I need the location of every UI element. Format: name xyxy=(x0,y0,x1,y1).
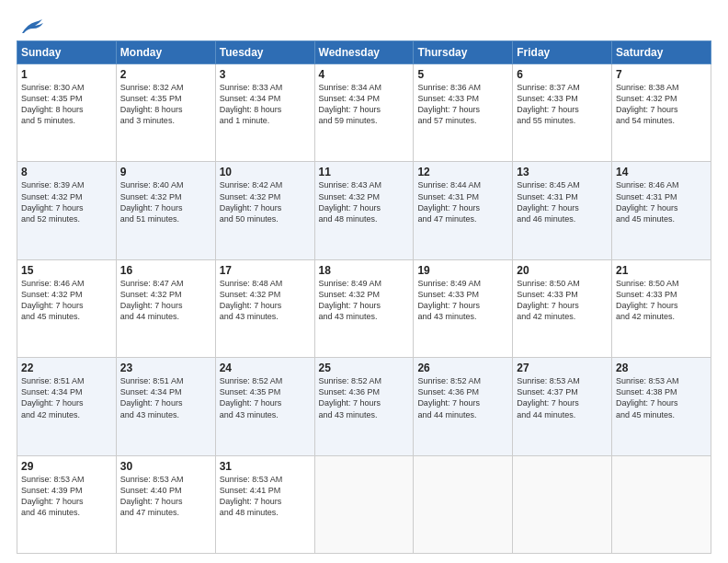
day-header-friday: Friday xyxy=(513,41,612,64)
day-info: Sunrise: 8:52 AMSunset: 4:36 PMDaylight:… xyxy=(319,375,410,420)
calendar-cell: 6Sunrise: 8:37 AMSunset: 4:33 PMDaylight… xyxy=(513,64,612,162)
day-number: 6 xyxy=(517,68,608,81)
calendar-cell: 30Sunrise: 8:53 AMSunset: 4:40 PMDayligh… xyxy=(116,455,215,553)
day-number: 20 xyxy=(517,264,608,277)
page: SundayMondayTuesdayWednesdayThursdayFrid… xyxy=(0,0,728,563)
calendar-cell: 22Sunrise: 8:51 AMSunset: 4:34 PMDayligh… xyxy=(17,358,117,455)
day-number: 18 xyxy=(319,264,410,277)
day-number: 10 xyxy=(220,166,311,178)
day-info: Sunrise: 8:46 AMSunset: 4:32 PMDaylight:… xyxy=(21,278,112,323)
day-info: Sunrise: 8:44 AMSunset: 4:31 PMDaylight:… xyxy=(417,179,508,224)
day-info: Sunrise: 8:50 AMSunset: 4:33 PMDaylight:… xyxy=(517,278,608,323)
day-number: 14 xyxy=(616,166,707,178)
day-number: 25 xyxy=(319,362,410,374)
day-number: 8 xyxy=(21,166,112,178)
day-info: Sunrise: 8:51 AMSunset: 4:34 PMDaylight:… xyxy=(21,375,112,420)
calendar-cell: 9Sunrise: 8:40 AMSunset: 4:32 PMDaylight… xyxy=(116,162,215,259)
day-info: Sunrise: 8:30 AMSunset: 4:35 PMDaylight:… xyxy=(21,82,112,127)
calendar-cell: 27Sunrise: 8:53 AMSunset: 4:37 PMDayligh… xyxy=(513,358,612,455)
day-number: 22 xyxy=(21,362,112,374)
day-number: 30 xyxy=(120,460,211,473)
day-info: Sunrise: 8:46 AMSunset: 4:31 PMDaylight:… xyxy=(616,179,707,224)
day-number: 31 xyxy=(220,460,311,473)
calendar-cell: 11Sunrise: 8:43 AMSunset: 4:32 PMDayligh… xyxy=(314,162,414,259)
day-number: 13 xyxy=(517,166,608,178)
calendar-cell: 16Sunrise: 8:47 AMSunset: 4:32 PMDayligh… xyxy=(116,259,215,357)
calendar-week-row: 15Sunrise: 8:46 AMSunset: 4:32 PMDayligh… xyxy=(17,259,711,357)
day-number: 3 xyxy=(220,68,311,81)
day-number: 17 xyxy=(220,264,311,277)
day-number: 16 xyxy=(120,264,211,277)
calendar-cell: 8Sunrise: 8:39 AMSunset: 4:32 PMDaylight… xyxy=(17,162,117,259)
logo xyxy=(17,17,44,33)
day-number: 27 xyxy=(517,362,608,374)
day-number: 7 xyxy=(616,68,707,81)
day-info: Sunrise: 8:32 AMSunset: 4:35 PMDaylight:… xyxy=(120,82,211,127)
calendar-cell: 10Sunrise: 8:42 AMSunset: 4:32 PMDayligh… xyxy=(215,162,314,259)
day-info: Sunrise: 8:49 AMSunset: 4:32 PMDaylight:… xyxy=(319,278,410,323)
calendar-week-row: 29Sunrise: 8:53 AMSunset: 4:39 PMDayligh… xyxy=(17,455,711,553)
day-number: 19 xyxy=(417,264,508,277)
day-header-sunday: Sunday xyxy=(17,41,117,64)
day-info: Sunrise: 8:50 AMSunset: 4:33 PMDaylight:… xyxy=(616,278,707,323)
day-info: Sunrise: 8:53 AMSunset: 4:40 PMDaylight:… xyxy=(120,474,211,519)
day-info: Sunrise: 8:47 AMSunset: 4:32 PMDaylight:… xyxy=(120,278,211,323)
day-info: Sunrise: 8:36 AMSunset: 4:33 PMDaylight:… xyxy=(417,82,508,127)
day-info: Sunrise: 8:53 AMSunset: 4:41 PMDaylight:… xyxy=(220,474,311,519)
day-info: Sunrise: 8:49 AMSunset: 4:33 PMDaylight:… xyxy=(417,278,508,323)
calendar-cell: 21Sunrise: 8:50 AMSunset: 4:33 PMDayligh… xyxy=(612,259,711,357)
calendar-cell: 17Sunrise: 8:48 AMSunset: 4:32 PMDayligh… xyxy=(215,259,314,357)
day-info: Sunrise: 8:48 AMSunset: 4:32 PMDaylight:… xyxy=(220,278,311,323)
day-info: Sunrise: 8:53 AMSunset: 4:39 PMDaylight:… xyxy=(21,474,112,519)
calendar-week-row: 8Sunrise: 8:39 AMSunset: 4:32 PMDaylight… xyxy=(17,162,711,259)
calendar-cell xyxy=(612,455,711,553)
day-info: Sunrise: 8:33 AMSunset: 4:34 PMDaylight:… xyxy=(220,82,311,127)
day-info: Sunrise: 8:34 AMSunset: 4:34 PMDaylight:… xyxy=(319,82,410,127)
day-header-thursday: Thursday xyxy=(414,41,513,64)
day-header-monday: Monday xyxy=(116,41,215,64)
day-info: Sunrise: 8:51 AMSunset: 4:34 PMDaylight:… xyxy=(120,375,211,420)
calendar-header-row: SundayMondayTuesdayWednesdayThursdayFrid… xyxy=(17,41,711,64)
day-number: 11 xyxy=(319,166,410,178)
calendar-cell: 25Sunrise: 8:52 AMSunset: 4:36 PMDayligh… xyxy=(314,358,414,455)
calendar-cell: 28Sunrise: 8:53 AMSunset: 4:38 PMDayligh… xyxy=(612,358,711,455)
calendar-table: SundayMondayTuesdayWednesdayThursdayFrid… xyxy=(17,40,711,554)
day-info: Sunrise: 8:45 AMSunset: 4:31 PMDaylight:… xyxy=(517,179,608,224)
calendar-cell: 23Sunrise: 8:51 AMSunset: 4:34 PMDayligh… xyxy=(116,358,215,455)
day-info: Sunrise: 8:40 AMSunset: 4:32 PMDaylight:… xyxy=(120,179,211,224)
day-number: 5 xyxy=(417,68,508,81)
day-info: Sunrise: 8:52 AMSunset: 4:36 PMDaylight:… xyxy=(417,375,508,420)
day-info: Sunrise: 8:42 AMSunset: 4:32 PMDaylight:… xyxy=(220,179,311,224)
logo-bird-icon xyxy=(18,17,44,37)
day-info: Sunrise: 8:53 AMSunset: 4:38 PMDaylight:… xyxy=(616,375,707,420)
day-info: Sunrise: 8:38 AMSunset: 4:32 PMDaylight:… xyxy=(616,82,707,127)
calendar-cell xyxy=(314,455,414,553)
calendar-week-row: 1Sunrise: 8:30 AMSunset: 4:35 PMDaylight… xyxy=(17,64,711,162)
day-header-saturday: Saturday xyxy=(612,41,711,64)
day-info: Sunrise: 8:37 AMSunset: 4:33 PMDaylight:… xyxy=(517,82,608,127)
day-info: Sunrise: 8:39 AMSunset: 4:32 PMDaylight:… xyxy=(21,179,112,224)
calendar-cell: 20Sunrise: 8:50 AMSunset: 4:33 PMDayligh… xyxy=(513,259,612,357)
calendar-cell xyxy=(414,455,513,553)
day-number: 4 xyxy=(319,68,410,81)
calendar-cell: 26Sunrise: 8:52 AMSunset: 4:36 PMDayligh… xyxy=(414,358,513,455)
calendar-cell: 12Sunrise: 8:44 AMSunset: 4:31 PMDayligh… xyxy=(414,162,513,259)
day-number: 24 xyxy=(220,362,311,374)
day-info: Sunrise: 8:43 AMSunset: 4:32 PMDaylight:… xyxy=(319,179,410,224)
day-number: 23 xyxy=(120,362,211,374)
day-info: Sunrise: 8:52 AMSunset: 4:35 PMDaylight:… xyxy=(220,375,311,420)
day-number: 26 xyxy=(417,362,508,374)
calendar-cell: 29Sunrise: 8:53 AMSunset: 4:39 PMDayligh… xyxy=(17,455,117,553)
calendar-cell: 2Sunrise: 8:32 AMSunset: 4:35 PMDaylight… xyxy=(116,64,215,162)
day-number: 2 xyxy=(120,68,211,81)
calendar-cell: 31Sunrise: 8:53 AMSunset: 4:41 PMDayligh… xyxy=(215,455,314,553)
calendar-week-row: 22Sunrise: 8:51 AMSunset: 4:34 PMDayligh… xyxy=(17,358,711,455)
calendar-cell: 7Sunrise: 8:38 AMSunset: 4:32 PMDaylight… xyxy=(612,64,711,162)
calendar-cell: 24Sunrise: 8:52 AMSunset: 4:35 PMDayligh… xyxy=(215,358,314,455)
day-info: Sunrise: 8:53 AMSunset: 4:37 PMDaylight:… xyxy=(517,375,608,420)
day-number: 12 xyxy=(417,166,508,178)
day-number: 15 xyxy=(21,264,112,277)
day-number: 28 xyxy=(616,362,707,374)
calendar-cell: 13Sunrise: 8:45 AMSunset: 4:31 PMDayligh… xyxy=(513,162,612,259)
day-number: 9 xyxy=(120,166,211,178)
